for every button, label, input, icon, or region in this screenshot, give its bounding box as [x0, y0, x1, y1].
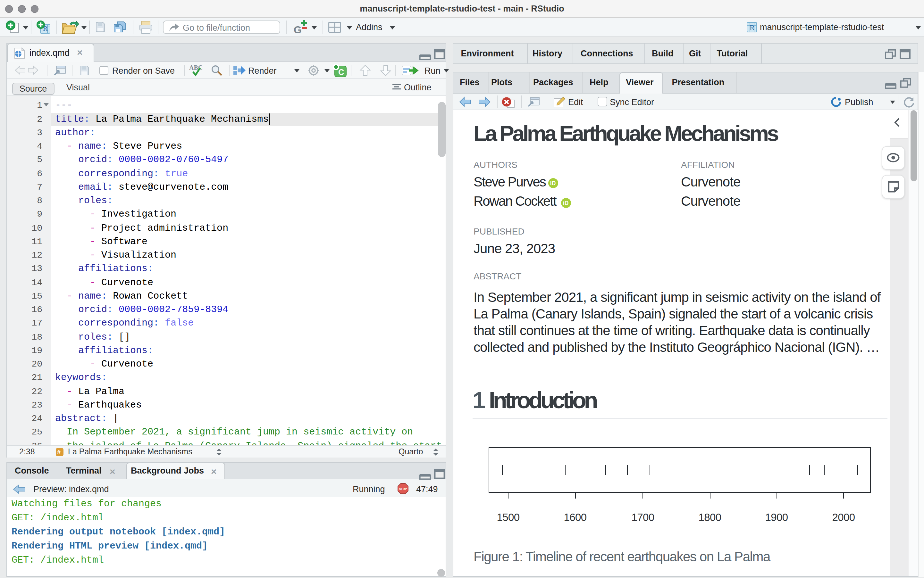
svg-text:G: G	[294, 24, 302, 36]
svg-text:C: C	[338, 67, 344, 76]
svg-text:iD: iD	[550, 180, 556, 187]
svg-text:STOP: STOP	[399, 487, 407, 490]
svg-text:R: R	[750, 23, 755, 32]
svg-text:iD: iD	[563, 200, 568, 206]
svg-text:ABC: ABC	[189, 64, 203, 71]
